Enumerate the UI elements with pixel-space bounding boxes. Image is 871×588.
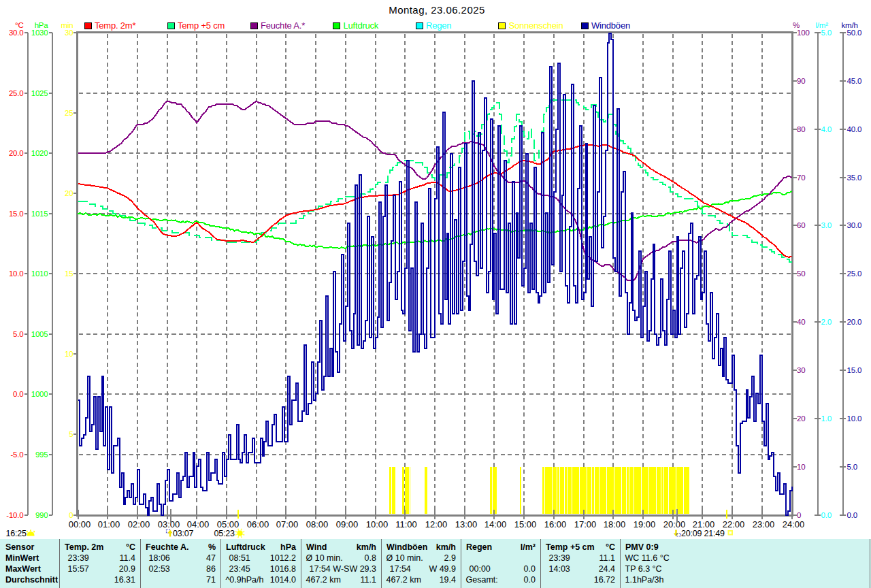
legend-label: Temp. 2m* [95,20,135,31]
x-axis-label: 01:00 [98,519,120,529]
axis-title-hpa: hPa [35,21,49,29]
sunshine-bar [560,467,562,514]
axis-label-temp_c: 10.0 [9,270,24,278]
sunshine-bar [410,467,410,514]
sunshine-bar [565,467,567,514]
table-separator [220,539,221,588]
axis-label-l_m2: 2.0 [821,318,832,326]
axis-label-kmh: 20.0 [847,318,862,326]
cell-value: 1012.2 [233,553,296,564]
axis-label-temp_c: 5.0 [13,330,23,338]
sunshine-bar [574,467,576,514]
col-unit: l/m² [495,542,536,553]
axis-label-percent: 100 [797,29,810,37]
x-axis-label: 13:00 [455,519,478,529]
axis-label-min: 15 [65,270,73,278]
cell-left: WC 11.6 °C [625,553,670,564]
cell-value: 24.4 [553,564,615,574]
legend-swatch [333,22,340,29]
axis-label-kmh: 35.0 [847,174,862,182]
sun-icon [237,531,243,536]
cell-value: W-SW 29.3 [314,564,376,574]
axis-title-kmh: km/h [842,21,858,29]
x-axis-label: 17:00 [574,519,597,529]
col-header: Wind [306,542,327,553]
cell-left: TP 6.3 °C [625,564,662,574]
sunshine-bar [612,467,614,514]
table-separator [620,539,621,588]
sunshine-bar [649,467,651,514]
sunshine-bar [622,467,624,514]
axis-label-min: 25 [65,109,73,117]
sunshine-bar [589,467,591,514]
x-axis-label: 10:00 [366,519,389,529]
legend-label: Temp +5 cm [178,20,225,31]
sunshine-bar [689,467,689,514]
axis-label-min: 5 [69,430,73,438]
sunshine-bar [614,467,617,514]
sunshine-bar [493,467,495,514]
row-label: Durchschnitt [5,575,58,585]
sunshine-bar [646,467,648,514]
sun-ray-icon [235,532,237,532]
x-axis-label: 05:00 [217,519,240,529]
sunshine-bar [577,467,579,514]
sunshine-bar [587,467,589,514]
axis-label-percent: 30 [797,366,805,374]
sunshine-bar [664,467,666,514]
sun-ray-icon [235,534,237,535]
x-axis-label: 02:00 [128,519,150,529]
axis-label-percent: 50 [797,270,805,278]
axis-label-hpa: 1025 [31,89,48,97]
axis-title-l_m2: l/m² [816,21,829,29]
sunshine-bar [592,467,594,514]
x-axis-label: 07:00 [276,519,299,529]
col-unit: °C [574,542,615,553]
sunshine-bar [490,467,492,514]
cell-value: W 49.9 [393,564,456,574]
legend-label: Sonnenschein [509,20,563,31]
sun-ray-icon [238,529,239,531]
col-unit: km/h [415,542,456,553]
sunrise-time-label: 05:23 [214,529,235,538]
col-header: PMV 0:9 [625,542,659,553]
cell-value: 1014.0 [233,575,296,585]
moon-square-icon [729,531,733,535]
table-separator [381,539,382,588]
sunshine-bar [389,467,391,514]
x-axis-label: 04:00 [187,519,210,529]
axis-label-temp_c: 25.0 [9,89,24,97]
x-axis-label: 06:00 [247,519,269,529]
sunshine-bar [629,467,631,514]
x-axis-label: 24:00 [783,519,805,529]
x-axis-label: 15:00 [514,519,537,529]
sunshine-bar [597,467,599,514]
sunshine-bar [572,467,574,514]
sunshine-bar [585,467,587,514]
legend-swatch [84,22,91,29]
sunshine-bar [681,467,683,514]
axis-label-kmh: 50.0 [847,29,862,37]
sunshine-bar [520,467,522,514]
cell-value: 11.1 [314,575,376,585]
cell-value: 20.9 [73,564,135,574]
axis-label-min: 0 [69,511,73,519]
axis-title-temp_c: °C [15,21,24,29]
axis-label-temp_c: 15.0 [9,210,24,218]
sun-ray-icon [242,534,244,535]
axis-label-hpa: 1000 [31,390,48,398]
sunshine-bar [570,467,572,514]
axis-label-min: 30 [65,29,73,37]
axis-label-l_m2: 5.0 [821,29,832,37]
sunshine-bar [669,467,671,514]
axis-label-temp_c: 0.0 [13,390,23,398]
axis-label-hpa: 1020 [31,149,48,157]
row-label: MinWert [5,553,39,564]
sunshine-bar [644,467,646,514]
cell-value: 11.1 [553,553,615,564]
sunshine-bar [676,467,678,514]
half-sun-icon [27,532,35,536]
sunshine-bar [684,467,686,514]
axis-label-kmh: 30.0 [847,221,862,229]
table-separator [540,539,541,588]
